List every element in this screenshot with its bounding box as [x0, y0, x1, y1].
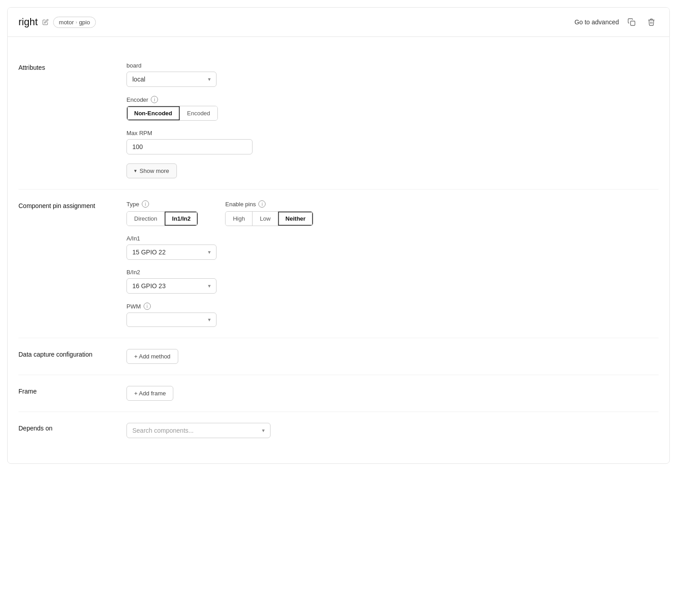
b-in2-field: B/In2 16 GPIO 23 ▾	[126, 269, 659, 294]
add-method-btn[interactable]: + Add method	[126, 349, 178, 364]
depends-on-section: Depends on Search components... ▾	[18, 412, 659, 449]
frame-body: + Add frame	[126, 386, 659, 401]
high-btn[interactable]: High	[226, 212, 253, 226]
depends-on-label: Depends on	[18, 423, 108, 438]
type-group: Type i Direction In1/In2	[126, 200, 198, 226]
encoder-info-icon[interactable]: i	[151, 96, 158, 103]
header: right motor › gpio Go to advanced	[8, 8, 669, 37]
tags-row: motor › gpio	[53, 17, 96, 28]
max-rpm-input[interactable]	[126, 139, 253, 154]
pwm-info-icon[interactable]: i	[144, 303, 151, 310]
add-frame-btn[interactable]: + Add frame	[126, 386, 173, 401]
delete-icon-btn[interactable]	[644, 15, 659, 29]
board-value: local	[132, 76, 145, 83]
enable-pins-info-icon[interactable]: i	[258, 200, 266, 208]
non-encoded-btn[interactable]: Non-Encoded	[127, 106, 180, 120]
data-capture-body: + Add method	[126, 349, 659, 364]
tag-arrow: ›	[76, 20, 77, 25]
board-select[interactable]: local ▾	[126, 72, 217, 87]
enable-pins-group: Enable pins i High Low Neither	[225, 200, 313, 226]
svg-rect-0	[631, 21, 635, 26]
direction-btn[interactable]: Direction	[127, 212, 165, 226]
page-title: right	[18, 16, 38, 28]
pwm-label: PWM i	[126, 303, 659, 310]
enable-pins-btn-group: High Low Neither	[225, 211, 313, 226]
a-in1-select[interactable]: 15 GPIO 22 ▾	[126, 245, 217, 260]
type-btn-group: Direction In1/In2	[126, 211, 198, 226]
frame-label: Frame	[18, 386, 108, 401]
in1-in2-btn[interactable]: In1/In2	[165, 212, 198, 226]
chevron-down-icon: ▾	[208, 317, 211, 323]
show-more-btn[interactable]: ▾ Show more	[126, 163, 177, 178]
max-rpm-label: Max RPM	[126, 130, 659, 136]
type-label: Type i	[126, 200, 198, 208]
chevron-down-icon: ▾	[208, 249, 211, 255]
search-components-select[interactable]: Search components... ▾	[126, 423, 271, 438]
pwm-field: PWM i ▾	[126, 303, 659, 327]
type-enable-row: Type i Direction In1/In2 Enable pins i	[126, 200, 659, 226]
enable-pins-label: Enable pins i	[225, 200, 313, 208]
data-capture-label: Data capture configuration	[18, 349, 108, 364]
main-content: Attributes board local ▾ Encoder i	[8, 37, 669, 463]
b-in2-select[interactable]: 16 GPIO 23 ▾	[126, 278, 217, 294]
encoded-btn[interactable]: Encoded	[180, 106, 217, 120]
a-in1-field: A/In1 15 GPIO 22 ▾	[126, 235, 659, 260]
chevron-down-icon: ▾	[262, 427, 265, 434]
a-in1-label: A/In1	[126, 235, 659, 242]
component-pin-body: Type i Direction In1/In2 Enable pins i	[126, 200, 659, 327]
chevron-down-icon: ▾	[208, 283, 211, 289]
encoder-btn-group: Non-Encoded Encoded	[126, 106, 218, 121]
pwm-select[interactable]: ▾	[126, 313, 217, 327]
encoder-field: Encoder i Non-Encoded Encoded	[126, 96, 659, 121]
type-info-icon[interactable]: i	[142, 200, 149, 208]
component-pin-label: Component pin assignment	[18, 200, 108, 327]
b-in2-label: B/In2	[126, 269, 659, 276]
search-components-placeholder: Search components...	[132, 427, 194, 434]
header-right: Go to advanced	[574, 15, 659, 29]
neither-btn[interactable]: Neither	[278, 212, 313, 226]
data-capture-section: Data capture configuration + Add method	[18, 338, 659, 375]
b-in2-value: 16 GPIO 23	[132, 282, 166, 290]
frame-section: Frame + Add frame	[18, 375, 659, 412]
component-pin-section: Component pin assignment Type i Directio…	[18, 190, 659, 338]
chevron-down-small-icon: ▾	[134, 168, 137, 174]
motor-tag: motor › gpio	[53, 17, 96, 28]
board-field: board local ▾	[126, 62, 659, 87]
edit-icon[interactable]	[42, 19, 49, 25]
go-to-advanced-link[interactable]: Go to advanced	[574, 18, 619, 26]
chevron-down-icon: ▾	[208, 76, 211, 82]
max-rpm-field: Max RPM	[126, 130, 659, 154]
attributes-section: Attributes board local ▾ Encoder i	[18, 51, 659, 190]
attributes-body: board local ▾ Encoder i Non-Encoded Enco…	[126, 62, 659, 178]
attributes-label: Attributes	[18, 62, 108, 178]
header-left: right motor › gpio	[18, 16, 574, 28]
depends-on-body: Search components... ▾	[126, 423, 659, 438]
board-label: board	[126, 62, 659, 69]
low-btn[interactable]: Low	[253, 212, 278, 226]
copy-icon-btn[interactable]	[624, 15, 639, 29]
page-container: right motor › gpio Go to advanced	[7, 7, 670, 464]
encoder-label: Encoder i	[126, 96, 659, 103]
a-in1-value: 15 GPIO 22	[132, 249, 166, 256]
